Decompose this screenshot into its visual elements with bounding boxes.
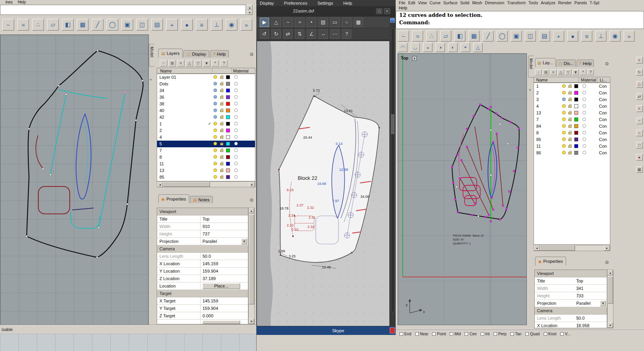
- layer-material-icon[interactable]: [234, 162, 238, 165]
- interp-curve-icon[interactable]: ≈: [17, 19, 29, 31]
- layer-visibility-bulb[interactable]: [213, 89, 217, 92]
- cylinder-icon[interactable]: ◫: [525, 31, 536, 42]
- osnap-toggle[interactable]: Perp: [494, 332, 507, 336]
- layer-visibility-bulb[interactable]: [562, 84, 566, 88]
- layer-color-swatch[interactable]: [226, 102, 230, 106]
- options-icon[interactable]: ⋯: [330, 29, 340, 39]
- measurement-label[interactable]: 2.37: [297, 203, 304, 207]
- scroll-right-button[interactable]: ►: [249, 182, 255, 187]
- scroll-thumb[interactable]: [163, 182, 210, 187]
- layer-color-swatch[interactable]: [574, 111, 578, 115]
- osnap-toggle[interactable]: Tan: [510, 332, 521, 336]
- layer-lock-icon[interactable]: [220, 96, 223, 99]
- left-viewport[interactable]: [0, 34, 149, 325]
- scroll-right-button[interactable]: ►: [604, 245, 610, 251]
- list-tools-icon[interactable]: *: [580, 69, 586, 75]
- layer-color-swatch[interactable]: [574, 138, 578, 141]
- layer-visibility-bulb[interactable]: [213, 115, 217, 119]
- menu-item[interactable]: Dimension: [485, 0, 505, 5]
- move-up-icon[interactable]: △: [557, 69, 564, 75]
- properties-vscrollbar[interactable]: ▲ ▼: [607, 270, 613, 328]
- layer-visibility-bulb[interactable]: [213, 95, 217, 99]
- piece-name-label[interactable]: Block 22: [298, 175, 317, 181]
- measurement-label[interactable]: 1.99: [278, 249, 285, 253]
- layer-row[interactable]: 1 ✓: [157, 121, 255, 127]
- layer-material-icon[interactable]: [582, 84, 586, 88]
- layer-row[interactable]: 11 Con: [534, 143, 610, 150]
- layer-lock-icon[interactable]: [220, 156, 223, 159]
- osnap-toggle[interactable]: Mid: [450, 332, 461, 336]
- layer-material-icon[interactable]: [582, 144, 586, 148]
- tab-help[interactable]: ?Help: [577, 60, 594, 67]
- dock-move-icon[interactable]: +: [636, 57, 643, 63]
- list-tools-icon[interactable]: *: [212, 60, 219, 67]
- menu-item-help[interactable]: Help: [18, 0, 26, 4]
- osnap-toggle[interactable]: Knot: [544, 332, 557, 336]
- layer-visibility-bulb[interactable]: [562, 118, 566, 121]
- measurement-label[interactable]: 0.10: [291, 228, 298, 232]
- circle-icon[interactable]: ○: [342, 18, 351, 27]
- layer-color-swatch[interactable]: [226, 75, 230, 79]
- layer-visibility-bulb[interactable]: [213, 75, 217, 79]
- menu-item-cut[interactable]: ines: [5, 0, 13, 4]
- layer-lock-icon[interactable]: [568, 105, 572, 108]
- measurement-label[interactable]: 2.32: [308, 225, 315, 229]
- layer-material-icon[interactable]: [582, 98, 586, 101]
- layer-color-swatch[interactable]: [574, 131, 578, 135]
- tab-properties[interactable]: ◉Properties: [535, 257, 566, 266]
- prop-row-lens[interactable]: Lens Length50.0: [535, 315, 607, 322]
- dock-trim-icon[interactable]: ×: [636, 105, 643, 112]
- globe-icon[interactable]: ◉: [610, 31, 620, 42]
- sphere-icon[interactable]: ●: [181, 19, 193, 31]
- layer-color-swatch[interactable]: [574, 98, 578, 101]
- skype-label[interactable]: Skype: [332, 328, 344, 333]
- layer-lock-icon[interactable]: [568, 99, 572, 101]
- point-cloud-icon[interactable]: ∴: [426, 31, 437, 42]
- measurement-label[interactable]: 3.25: [289, 254, 296, 258]
- layer-color-swatch[interactable]: [226, 82, 230, 86]
- cplane-icon[interactable]: ⊥: [211, 19, 223, 31]
- filter-icon[interactable]: ▼: [203, 60, 210, 67]
- layer-row[interactable]: 2: [157, 127, 255, 134]
- layer-material-icon[interactable]: [582, 124, 586, 128]
- new-layer-icon[interactable]: ▫: [160, 60, 167, 67]
- measurement-label[interactable]: 7.97: [332, 199, 339, 203]
- shaded-plane-icon[interactable]: ◧: [454, 31, 465, 42]
- box-icon[interactable]: ▣: [511, 31, 522, 42]
- dock-mesh-icon[interactable]: ▦: [636, 166, 643, 173]
- layer-color-swatch[interactable]: [226, 115, 230, 119]
- gear-icon[interactable]: ⚙: [250, 197, 254, 203]
- new-layer-icon[interactable]: ▫: [535, 69, 542, 75]
- layer-lock-icon[interactable]: [220, 83, 223, 85]
- dimension-icon[interactable]: ↔: [318, 29, 328, 39]
- layer-lock-icon[interactable]: [568, 145, 572, 148]
- delete-layer-icon[interactable]: ×: [550, 69, 557, 75]
- polyline-icon[interactable]: ╱: [92, 19, 103, 31]
- command-prompt[interactable]: Command:: [396, 18, 644, 25]
- layer-visibility-bulb[interactable]: [213, 122, 217, 125]
- surface-corner-icon[interactable]: ◠: [398, 43, 407, 52]
- layer-row[interactable]: 8 Con: [534, 130, 610, 136]
- loft-icon[interactable]: ◒: [423, 43, 432, 52]
- layer-row[interactable]: 4 Con: [534, 103, 610, 110]
- layer-material-icon[interactable]: [234, 142, 238, 145]
- layer-row[interactable]: 2 Con: [534, 90, 610, 96]
- layer-row[interactable]: 84 Con: [534, 123, 610, 130]
- new-sublayer-icon[interactable]: ⊞: [543, 69, 549, 75]
- layer-lock-icon[interactable]: [220, 176, 223, 179]
- panel-help-icon[interactable]: ?: [587, 69, 594, 75]
- surface-plane-icon[interactable]: ▱: [440, 31, 451, 42]
- dart-curve[interactable]: [488, 142, 497, 198]
- prop-row-yloc[interactable]: Y Location159.904: [157, 268, 248, 275]
- layer-visibility-bulb[interactable]: [213, 162, 217, 165]
- layer-material-icon[interactable]: [582, 111, 586, 114]
- osnap-toggle[interactable]: Point: [432, 332, 446, 336]
- model-tab[interactable]: Model: [149, 44, 154, 67]
- select-arrow-icon[interactable]: ▶: [260, 18, 269, 27]
- layer-color-swatch[interactable]: [574, 104, 578, 108]
- purple-line[interactable]: [72, 208, 94, 210]
- revolve-icon[interactable]: ◑: [436, 43, 445, 52]
- scroll-up-button[interactable]: ▲: [249, 208, 254, 213]
- layer-color-swatch[interactable]: [226, 142, 230, 146]
- sketch-curve-icon[interactable]: ~: [2, 19, 14, 31]
